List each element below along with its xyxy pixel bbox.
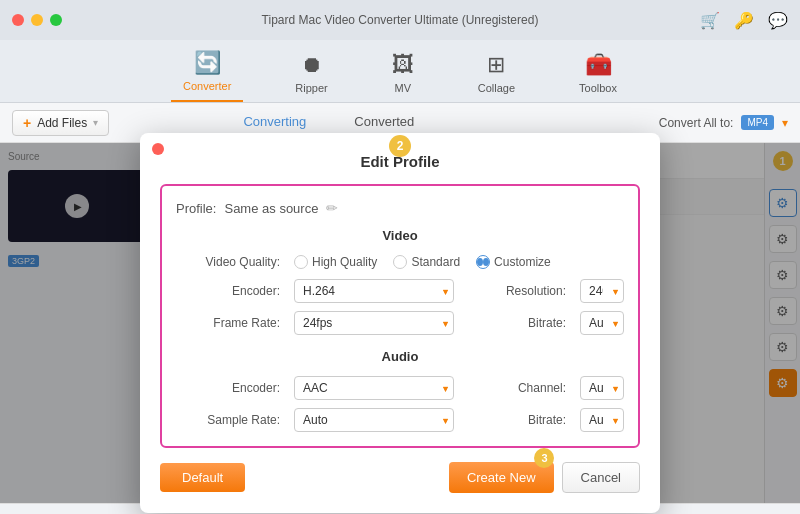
nav-ripper-label: Ripper <box>295 82 327 94</box>
audio-encoder-select-wrapper: AAC ▾ <box>294 376 454 400</box>
channel-select[interactable]: Auto <box>580 376 624 400</box>
resolution-select[interactable]: 240x160 <box>580 279 624 303</box>
profile-value: Same as source <box>224 201 318 216</box>
cancel-button[interactable]: Cancel <box>562 462 640 493</box>
frame-rate-label: Frame Rate: <box>176 316 286 330</box>
samplerate-select-wrapper: Auto ▾ <box>294 408 454 432</box>
nav-mv[interactable]: 🖼 MV <box>380 48 426 102</box>
quality-standard[interactable]: Standard <box>393 255 460 269</box>
key-icon[interactable]: 🔑 <box>734 11 754 30</box>
add-files-label: Add Files <box>37 116 87 130</box>
nav-toolbox-label: Toolbox <box>579 82 617 94</box>
samplerate-select[interactable]: Auto <box>294 408 454 432</box>
quality-radio-group: High Quality Standard Customize <box>294 255 624 269</box>
nav-toolbox[interactable]: 🧰 Toolbox <box>567 48 629 102</box>
framerate-select-wrapper: 24fps ▾ <box>294 311 454 335</box>
video-quality-row: Video Quality: High Quality Standard <box>176 255 624 269</box>
audio-encoder-channel-row: Encoder: AAC ▾ Channel: Auto ▾ <box>176 376 624 400</box>
encoder-select-wrapper: H.264 ▾ <box>294 279 454 303</box>
convert-format-badge: MP4 <box>741 115 774 130</box>
titlebar-actions: 🛒 🔑 💬 <box>700 11 788 30</box>
create-new-button[interactable]: Create New <box>449 462 554 493</box>
encoder-resolution-row: Encoder: H.264 ▾ Resolution: 240x160 ▾ <box>176 279 624 303</box>
channel-select-wrapper: Auto ▾ <box>580 376 624 400</box>
video-bitrate-select[interactable]: Auto <box>580 311 624 335</box>
modal-overlay: 2 Edit Profile Profile: Same as source ✏… <box>0 143 800 503</box>
video-quality-label: Video Quality: <box>176 255 286 269</box>
audio-encoder-label: Encoder: <box>176 381 286 395</box>
traffic-lights <box>12 14 62 26</box>
step3-badge: 3 <box>534 448 554 468</box>
profile-row: Profile: Same as source ✏ <box>176 200 624 216</box>
framerate-bitrate-row: Frame Rate: 24fps ▾ Bitrate: Auto ▾ <box>176 311 624 335</box>
audio-encoder-select[interactable]: AAC <box>294 376 454 400</box>
framerate-select[interactable]: 24fps <box>294 311 454 335</box>
app-title: Tipard Mac Video Converter Ultimate (Unr… <box>262 13 539 27</box>
nav-ripper[interactable]: ⏺ Ripper <box>283 48 339 102</box>
converter-icon: 🔄 <box>194 50 221 76</box>
plus-icon: + <box>23 115 31 131</box>
edit-icon[interactable]: ✏ <box>326 200 338 216</box>
nav-collage[interactable]: ⊞ Collage <box>466 48 527 102</box>
toolbox-icon: 🧰 <box>585 52 612 78</box>
cart-icon[interactable]: 🛒 <box>700 11 720 30</box>
audio-section-title: Audio <box>176 349 624 364</box>
convert-all-label: Convert All to: <box>659 116 734 130</box>
modal-settings-section: Profile: Same as source ✏ Video Video Qu… <box>160 184 640 448</box>
close-button[interactable] <box>12 14 24 26</box>
collage-icon: ⊞ <box>487 52 505 78</box>
video-bitrate-label: Bitrate: <box>462 316 572 330</box>
main-area: Source 3GP2 AVI 640P Encoder: H.264 Reso… <box>0 143 800 503</box>
convert-all-section: Convert All to: MP4 ▾ <box>659 115 788 130</box>
minimize-button[interactable] <box>31 14 43 26</box>
convert-format-dropdown[interactable]: ▾ <box>782 116 788 130</box>
add-files-dropdown-icon[interactable]: ▾ <box>93 117 98 128</box>
sample-rate-label: Sample Rate: <box>176 413 286 427</box>
encoder-label: Encoder: <box>176 284 286 298</box>
profile-label: Profile: <box>176 201 216 216</box>
samplerate-bitrate-row: Sample Rate: Auto ▾ Bitrate: Auto ▾ <box>176 408 624 432</box>
radio-standard[interactable] <box>393 255 407 269</box>
titlebar: Tipard Mac Video Converter Ultimate (Unr… <box>0 0 800 40</box>
add-files-button[interactable]: + Add Files ▾ <box>12 110 109 136</box>
channel-label: Channel: <box>462 381 572 395</box>
radio-customize[interactable] <box>476 255 490 269</box>
navbar: 🔄 Converter ⏺ Ripper 🖼 MV ⊞ Collage 🧰 To… <box>0 40 800 103</box>
radio-high[interactable] <box>294 255 308 269</box>
maximize-button[interactable] <box>50 14 62 26</box>
edit-profile-modal: 2 Edit Profile Profile: Same as source ✏… <box>140 133 660 513</box>
ripper-icon: ⏺ <box>301 52 323 78</box>
nav-collage-label: Collage <box>478 82 515 94</box>
modal-title-row: 2 Edit Profile <box>160 153 640 170</box>
quality-high[interactable]: High Quality <box>294 255 377 269</box>
nav-mv-label: MV <box>394 82 411 94</box>
modal-button-row: Default 3 Create New Cancel <box>160 462 640 493</box>
resolution-select-wrapper: 240x160 ▾ <box>580 279 624 303</box>
nav-converter[interactable]: 🔄 Converter <box>171 46 243 102</box>
mv-icon: 🖼 <box>392 52 414 78</box>
resolution-label: Resolution: <box>462 284 572 298</box>
quality-customize[interactable]: Customize <box>476 255 551 269</box>
step2-badge: 2 <box>389 135 411 157</box>
audio-bitrate-select-wrapper: Auto ▾ <box>580 408 624 432</box>
message-icon[interactable]: 💬 <box>768 11 788 30</box>
right-buttons: 3 Create New Cancel <box>449 462 640 493</box>
audio-bitrate-label: Bitrate: <box>462 413 572 427</box>
encoder-select[interactable]: H.264 <box>294 279 454 303</box>
nav-converter-label: Converter <box>183 80 231 92</box>
video-bitrate-select-wrapper: Auto ▾ <box>580 311 624 335</box>
default-button[interactable]: Default <box>160 463 245 492</box>
video-section-title: Video <box>176 228 624 243</box>
audio-bitrate-select[interactable]: Auto <box>580 408 624 432</box>
